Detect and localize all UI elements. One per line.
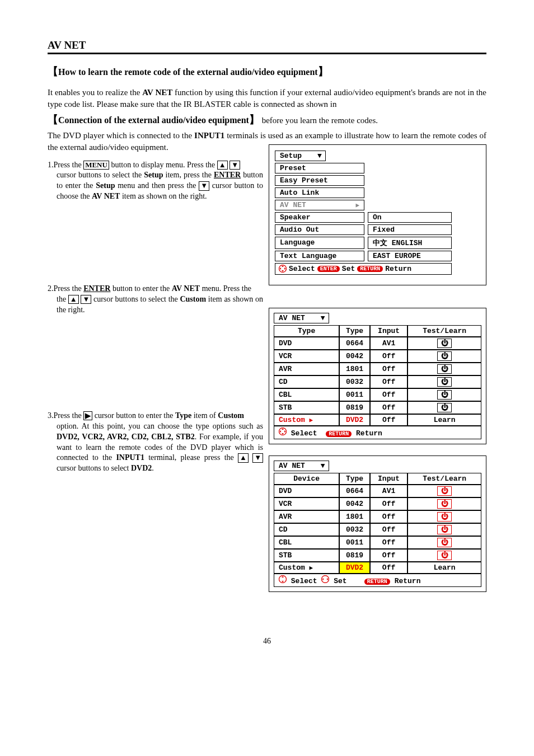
table-row[interactable]: Custom ▶DVD2OffLearn	[274, 562, 481, 574]
chevron-down-icon: ▼	[317, 152, 322, 160]
table-cell: 0042	[339, 497, 370, 510]
osd-table-help: Select Set RETURN Return	[274, 574, 481, 587]
osd-menu-label: Text Language	[275, 251, 364, 261]
dpad-icon	[279, 265, 287, 273]
table-cell: ⏻	[407, 549, 481, 562]
table-cell: Off	[370, 363, 407, 375]
table-cell: VCR	[274, 350, 339, 363]
power-icon[interactable]: ⏻	[437, 486, 452, 496]
table-cell: Off	[370, 497, 407, 510]
table-cell: CD	[274, 523, 339, 536]
table-header: Type	[339, 325, 370, 337]
table-cell: AVR	[274, 510, 339, 523]
svg-marker-8	[280, 430, 282, 433]
table-row[interactable]: AVR1801Off⏻	[274, 363, 481, 375]
step-2: 2.Press the ENTER button to enter the AV…	[48, 284, 263, 316]
svg-marker-9	[284, 430, 286, 433]
page-number: 46	[48, 637, 486, 646]
svg-marker-12	[282, 581, 284, 583]
table-cell: ⏻	[407, 497, 481, 510]
table-cell: Off	[370, 510, 407, 523]
chevron-down-icon: ▼	[321, 314, 325, 322]
table-row[interactable]: STB0819Off⏻	[274, 549, 481, 562]
table-row[interactable]: Custom ▶DVD2OffLearn	[274, 414, 481, 426]
table-row[interactable]: CBL0011Off⏻	[274, 536, 481, 549]
table-cell: AVR	[274, 363, 339, 375]
power-icon[interactable]: ⏻	[437, 538, 452, 547]
table-row[interactable]: CD0032Off⏻	[274, 523, 481, 536]
table-cell: DVD2	[339, 414, 370, 426]
table-cell: CD	[274, 375, 339, 388]
table-cell: 0664	[339, 485, 370, 497]
table-cell: VCR	[274, 497, 339, 510]
table-row[interactable]: VCR0042Off⏻	[274, 497, 481, 510]
table-row[interactable]: DVD0664AV1⏻	[274, 337, 481, 350]
svg-marker-2	[282, 270, 284, 272]
power-icon[interactable]: ⏻	[437, 364, 452, 374]
table-row[interactable]: VCR0042Off⏻	[274, 350, 481, 363]
table-cell: ⏻	[407, 510, 481, 523]
enter-pill-icon: ENTER	[317, 266, 340, 272]
table-header: Test/Learn	[407, 473, 481, 485]
osd-menu-row[interactable]: Text LanguageEAST EUROPE	[275, 251, 480, 261]
osd-menu-label: Language	[275, 237, 364, 249]
table-row[interactable]: STB0819Off⏻	[274, 401, 481, 414]
osd-menu-row[interactable]: Auto Link	[275, 187, 480, 198]
osd-menu-value: Fixed	[368, 224, 452, 235]
down-arrow-icon: ▼	[199, 181, 209, 190]
table-cell: 1801	[339, 363, 370, 375]
osd-setup-help: Select ENTER Set RETURN Return	[275, 263, 452, 275]
svg-marker-15	[327, 578, 329, 580]
power-icon[interactable]: ⏻	[437, 499, 452, 509]
section-heading: 【How to learn the remote code of the ext…	[48, 64, 486, 79]
table-cell: 0011	[339, 388, 370, 401]
osd-menu-row[interactable]: SpeakerOn	[275, 212, 480, 223]
table-cell: 0819	[339, 549, 370, 562]
power-icon[interactable]: ⏻	[437, 339, 452, 348]
table-cell: Off	[370, 549, 407, 562]
power-icon[interactable]: ⏻	[437, 551, 452, 560]
table-cell: ⏻	[407, 485, 481, 497]
osd-menu-row[interactable]: Audio OutFixed	[275, 224, 480, 235]
table-cell: 1801	[339, 510, 370, 523]
osd-avnet-tab: AV NET▼	[274, 461, 329, 471]
table-row[interactable]: CBL0011Off⏻	[274, 388, 481, 401]
menu-button-icon: MENU	[83, 161, 109, 170]
table-row[interactable]: AVR1801Off⏻	[274, 510, 481, 523]
svg-marker-3	[280, 267, 282, 270]
power-icon[interactable]: ⏻	[437, 351, 452, 361]
table-cell: Off	[370, 414, 407, 426]
learn-button[interactable]: Learn	[434, 416, 456, 424]
dpad-icon	[279, 428, 287, 435]
up-arrow-icon: ▲	[238, 453, 249, 462]
table-cell: CBL	[274, 388, 339, 401]
power-icon[interactable]: ⏻	[437, 525, 452, 534]
osd-avnet-table-2: AV NET▼ DeviceTypeInputTest/LearnDVD0664…	[269, 456, 486, 592]
learn-button[interactable]: Learn	[434, 564, 456, 572]
right-arrow-icon: ▶	[83, 411, 92, 420]
osd-avnet-tab: AV NET▼	[274, 313, 329, 323]
power-icon[interactable]: ⏻	[437, 377, 452, 387]
osd-menu-row[interactable]: Preset	[275, 163, 480, 173]
table-cell: 0032	[339, 375, 370, 388]
svg-marker-14	[322, 578, 324, 580]
table-cell: 0664	[339, 337, 370, 350]
table-row[interactable]: DVD0664AV1⏻	[274, 485, 481, 497]
table-cell: Off	[370, 401, 407, 414]
osd-menu-value: On	[368, 212, 452, 223]
osd-menu-row[interactable]: AV NET▶	[275, 200, 480, 210]
osd-menu-value: 中文 ENGLISH	[368, 237, 452, 249]
table-cell: DVD	[274, 485, 339, 497]
osd-menu-row[interactable]: Easy Preset	[275, 175, 480, 186]
table-cell: 0032	[339, 523, 370, 536]
osd-menu-row[interactable]: Language中文 ENGLISH	[275, 237, 480, 249]
table-cell: 0011	[339, 536, 370, 549]
table-cell: CBL	[274, 536, 339, 549]
power-icon[interactable]: ⏻	[437, 512, 452, 522]
osd-menu-label: Auto Link	[275, 187, 364, 198]
power-icon[interactable]: ⏻	[437, 390, 452, 400]
svg-marker-6	[282, 428, 284, 430]
table-row[interactable]: CD0032Off⏻	[274, 375, 481, 388]
down-arrow-icon: ▼	[81, 295, 91, 304]
power-icon[interactable]: ⏻	[437, 403, 452, 412]
